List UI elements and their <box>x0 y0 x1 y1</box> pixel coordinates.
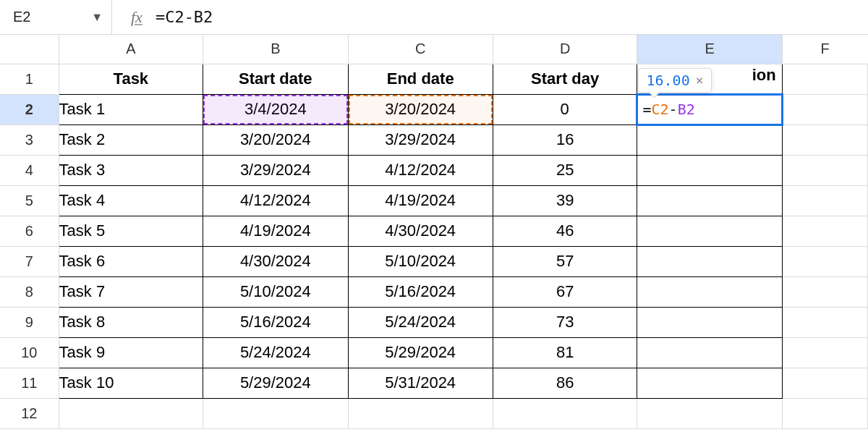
cell-A6[interactable]: Task 5 <box>59 216 203 246</box>
row-header-9[interactable]: 9 <box>0 307 59 337</box>
col-header-c[interactable]: C <box>348 35 493 64</box>
name-box-value: E2 <box>13 9 30 25</box>
cell-A11[interactable]: Task 10 <box>59 368 203 398</box>
col-header-a[interactable]: A <box>59 35 203 64</box>
cell-C4[interactable]: 4/12/2024 <box>348 155 493 185</box>
row-header-10[interactable]: 10 <box>0 337 59 368</box>
name-box[interactable]: E2 ▼ <box>0 0 112 34</box>
cell-F6[interactable] <box>782 216 867 246</box>
cell-B1[interactable]: Start date <box>203 64 348 94</box>
cell-B4[interactable]: 3/29/2024 <box>203 155 348 185</box>
cell-A5[interactable]: Task 4 <box>59 185 203 216</box>
col-header-f[interactable]: F <box>782 35 867 64</box>
col-header-b[interactable]: B <box>203 35 348 64</box>
cell-C9[interactable]: 5/24/2024 <box>348 307 493 337</box>
cell-E10[interactable] <box>637 337 782 368</box>
cell-D6[interactable]: 46 <box>493 216 637 246</box>
cell-D4[interactable]: 25 <box>493 155 637 185</box>
cell-E7[interactable] <box>637 246 782 276</box>
cell-C8[interactable]: 5/16/2024 <box>348 276 493 307</box>
cell-F11[interactable] <box>782 368 867 398</box>
cell-E8[interactable] <box>637 276 782 307</box>
formula-input[interactable]: =C2-B2 <box>156 0 868 34</box>
cell-E1-partial: ion <box>752 66 776 85</box>
cell-A9[interactable]: Task 8 <box>59 307 203 337</box>
row-header-7[interactable]: 7 <box>0 246 59 276</box>
cell-F3[interactable] <box>782 124 867 155</box>
cell-C11[interactable]: 5/31/2024 <box>348 368 493 398</box>
cell-D10[interactable]: 81 <box>493 337 637 368</box>
cell-editor[interactable]: =C2-B2 <box>638 101 780 118</box>
cell-F8[interactable] <box>782 276 867 307</box>
cell-B9[interactable]: 5/16/2024 <box>203 307 348 337</box>
select-all-corner[interactable] <box>0 35 59 64</box>
cell-B2[interactable]: 3/4/2024 <box>203 94 348 124</box>
cell-D3[interactable]: 16 <box>493 124 637 155</box>
close-icon[interactable]: × <box>696 72 704 88</box>
cell-F12[interactable] <box>782 398 867 428</box>
row-header-6[interactable]: 6 <box>0 216 59 246</box>
cell-F4[interactable] <box>782 155 867 185</box>
cell-A10[interactable]: Task 9 <box>59 337 203 368</box>
cell-D7[interactable]: 57 <box>493 246 637 276</box>
cell-B7[interactable]: 4/30/2024 <box>203 246 348 276</box>
cell-E12[interactable] <box>637 398 782 428</box>
cell-C12[interactable] <box>348 398 493 428</box>
cell-A12[interactable] <box>59 398 203 428</box>
cell-F7[interactable] <box>782 246 867 276</box>
cell-A4[interactable]: Task 3 <box>59 155 203 185</box>
cell-D9[interactable]: 73 <box>493 307 637 337</box>
cell-B3[interactable]: 3/20/2024 <box>203 124 348 155</box>
cell-E11[interactable] <box>637 368 782 398</box>
cell-A2[interactable]: Task 1 <box>59 94 203 124</box>
cell-C3[interactable]: 3/29/2024 <box>348 124 493 155</box>
row-header-5[interactable]: 5 <box>0 185 59 216</box>
spreadsheet-grid[interactable]: A B C D E F 1 Task Start date End date S… <box>0 35 868 429</box>
cell-B12[interactable] <box>203 398 348 428</box>
cell-E2-editing[interactable]: 16.00 × =C2-B2 <box>637 94 782 124</box>
cell-B8[interactable]: 5/10/2024 <box>203 276 348 307</box>
row-header-12[interactable]: 12 <box>0 398 59 428</box>
cell-D12[interactable] <box>493 398 637 428</box>
cell-C1[interactable]: End date <box>348 64 493 94</box>
cell-D11[interactable]: 86 <box>493 368 637 398</box>
cell-A8[interactable]: Task 7 <box>59 276 203 307</box>
row-header-1[interactable]: 1 <box>0 64 59 94</box>
formula-text: =C2-B2 <box>156 8 213 26</box>
cell-C2[interactable]: 3/20/2024 <box>348 94 493 124</box>
cell-E9[interactable] <box>637 307 782 337</box>
col-header-e[interactable]: E <box>637 35 782 64</box>
row-header-4[interactable]: 4 <box>0 155 59 185</box>
cell-D5[interactable]: 39 <box>493 185 637 216</box>
cell-E3[interactable] <box>637 124 782 155</box>
cell-F9[interactable] <box>782 307 867 337</box>
cell-C6[interactable]: 4/30/2024 <box>348 216 493 246</box>
cell-F2[interactable] <box>782 94 867 124</box>
cell-A3[interactable]: Task 2 <box>59 124 203 155</box>
cell-D1[interactable]: Start day <box>493 64 637 94</box>
formula-bar: E2 ▼ fx =C2-B2 <box>0 0 868 35</box>
row-header-11[interactable]: 11 <box>0 368 59 398</box>
cell-F10[interactable] <box>782 337 867 368</box>
chevron-down-icon[interactable]: ▼ <box>91 11 103 24</box>
cell-C5[interactable]: 4/19/2024 <box>348 185 493 216</box>
cell-E4[interactable] <box>637 155 782 185</box>
cell-C7[interactable]: 5/10/2024 <box>348 246 493 276</box>
row-header-8[interactable]: 8 <box>0 276 59 307</box>
cell-B10[interactable]: 5/24/2024 <box>203 337 348 368</box>
cell-D2[interactable]: 0 <box>493 94 637 124</box>
cell-F5[interactable] <box>782 185 867 216</box>
cell-B5[interactable]: 4/12/2024 <box>203 185 348 216</box>
cell-F1[interactable] <box>782 64 867 94</box>
cell-E5[interactable] <box>637 185 782 216</box>
cell-A7[interactable]: Task 6 <box>59 246 203 276</box>
cell-C10[interactable]: 5/29/2024 <box>348 337 493 368</box>
cell-B11[interactable]: 5/29/2024 <box>203 368 348 398</box>
col-header-d[interactable]: D <box>493 35 637 64</box>
row-header-3[interactable]: 3 <box>0 124 59 155</box>
row-header-2[interactable]: 2 <box>0 94 59 124</box>
cell-D8[interactable]: 67 <box>493 276 637 307</box>
cell-A1[interactable]: Task <box>59 64 203 94</box>
cell-E6[interactable] <box>637 216 782 246</box>
cell-B6[interactable]: 4/19/2024 <box>203 216 348 246</box>
